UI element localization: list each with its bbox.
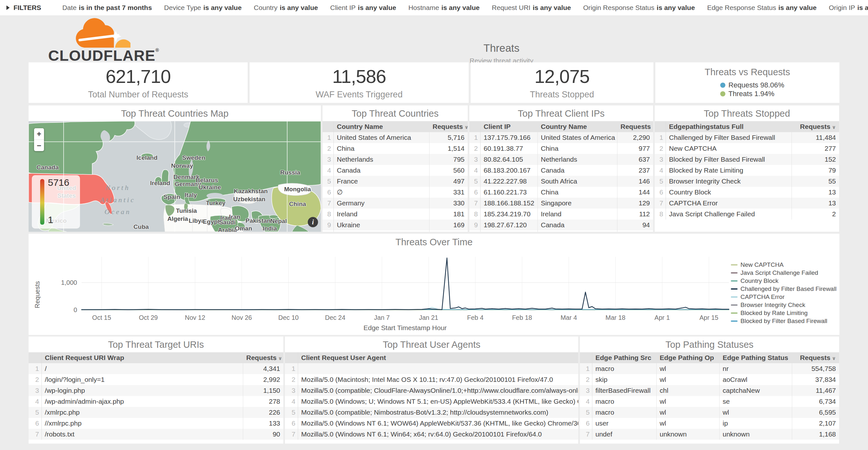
table-row[interactable]: 9198.27.67.120Canada94 bbox=[469, 219, 653, 231]
column-header-edge-pathing-src[interactable]: Edge Pathing Src bbox=[592, 352, 656, 363]
column-header-requests[interactable]: Requests∨ bbox=[243, 352, 283, 363]
table-row[interactable]: 10Singapore158 bbox=[322, 231, 468, 232]
table-row[interactable]: 5France497 bbox=[322, 176, 468, 187]
filter-chip-client-ip[interactable]: Client IPis any value bbox=[330, 4, 396, 11]
x-axis-title: Edge Start Timestamp Hour bbox=[363, 324, 446, 332]
table-row[interactable]: 7Mozilla/5.0 (Windows NT 6.1; Win64; x64… bbox=[285, 429, 578, 440]
table-row[interactable]: 6//xmlrpc.php133 bbox=[29, 418, 283, 429]
legend-item[interactable]: Challenged by Filter Based Firewall bbox=[731, 285, 837, 293]
column-header-client-ip[interactable]: Client IP bbox=[480, 121, 537, 132]
legend-item[interactable]: Blocked by Filter Based Firewall bbox=[731, 317, 837, 325]
column-header-edgepathingstatus[interactable]: Edgepathingstatus Full bbox=[665, 121, 792, 132]
table-row[interactable]: 661.160.221.73China144 bbox=[469, 187, 653, 198]
table-row[interactable]: 1macrowlnr554,758 bbox=[580, 363, 839, 374]
table-row[interactable]: 4Blocked by Rate Limiting79 bbox=[655, 165, 839, 176]
legend-item[interactable]: Browser Integrity Check bbox=[731, 301, 837, 309]
legend-label: Challenged by Filter Based Firewall bbox=[741, 286, 837, 293]
table-row[interactable]: 2New CAPTCHA277 bbox=[655, 143, 839, 154]
table-row[interactable]: 7CAPTCHA Error13 bbox=[655, 198, 839, 209]
map-label: China bbox=[289, 201, 306, 208]
zoom-out-button[interactable]: − bbox=[34, 140, 44, 151]
table-row[interactable]: 4/wp-admin/admin-ajax.php278 bbox=[29, 396, 283, 407]
table-row[interactable]: 2/login/?login_only=12,992 bbox=[29, 374, 283, 385]
table-row[interactable]: 5Mozilla/5.0 (compatible; Nimbostratus-B… bbox=[285, 407, 578, 418]
map-label: Kazakhstan bbox=[234, 188, 268, 195]
legend-item[interactable]: Country Block bbox=[731, 277, 837, 285]
table-row[interactable]: 8Ireland181 bbox=[322, 209, 468, 219]
column-header-country-name[interactable]: Country Name bbox=[334, 121, 429, 132]
column-header-user-agent[interactable]: Client Request User Agent bbox=[298, 352, 578, 363]
color-gradient-bar bbox=[40, 179, 44, 225]
zoom-in-button[interactable]: + bbox=[34, 128, 44, 140]
filters-toggle[interactable]: FILTERS bbox=[6, 4, 41, 11]
column-header-edge-pathing-status[interactable]: Edge Pathing Status bbox=[719, 352, 792, 363]
filter-chip-hostname[interactable]: Hostnameis any value bbox=[408, 4, 479, 11]
table-row[interactable]: 1137.175.79.166United States of America2… bbox=[469, 132, 653, 143]
table-row[interactable]: 6Mozilla/5.0 (Windows NT 6.1; WOW64) App… bbox=[285, 418, 578, 429]
table-row[interactable]: 8185.234.219.70Ireland112 bbox=[469, 209, 653, 219]
table-row[interactable]: 260.191.38.77China977 bbox=[469, 143, 653, 154]
column-header-requests[interactable]: Requests∨ bbox=[792, 121, 839, 132]
table-row[interactable]: 5/xmlrpc.php226 bbox=[29, 407, 283, 418]
table-row[interactable]: 1061.160.247.127China88 bbox=[469, 231, 653, 232]
table-row[interactable]: 2skipwlaoCrawl37,834 bbox=[580, 374, 839, 385]
table-row[interactable]: 1 bbox=[285, 363, 578, 374]
table-row[interactable]: 7undefunknownunknown1,168 bbox=[580, 429, 839, 440]
table-row[interactable]: 4Mozilla/5.0 (Windows; U; Windows NT 5.1… bbox=[285, 396, 578, 407]
table-row[interactable]: 6∅331 bbox=[322, 187, 468, 198]
filter-chip-origin-response-status[interactable]: Origin Response Statusis any value bbox=[583, 4, 695, 11]
filter-chip-origin-ip[interactable]: Origin IPis any value bbox=[829, 4, 868, 11]
sort-caret-icon: ∨ bbox=[832, 124, 836, 130]
column-header-edge-pathing-op[interactable]: Edge Pathing Op bbox=[656, 352, 719, 363]
table-row[interactable]: 5macrowlwl6,595 bbox=[580, 407, 839, 418]
table-row[interactable]: 1/4,341 bbox=[29, 363, 283, 374]
filter-chip-request-uri[interactable]: Request URIis any value bbox=[492, 4, 571, 11]
legend-item-threats[interactable]: Threats 1.94% bbox=[720, 89, 784, 98]
column-header-requests[interactable]: Requests∨ bbox=[429, 121, 468, 132]
table-row[interactable]: 6Country Block13 bbox=[655, 187, 839, 198]
legend-item[interactable]: New CAPTCHA bbox=[731, 261, 837, 269]
table-row[interactable]: 9Ukraine169 bbox=[322, 219, 468, 231]
filter-chip-date[interactable]: Dateis in the past 7 months bbox=[62, 4, 152, 11]
table-row[interactable]: 7Germany330 bbox=[322, 198, 468, 209]
legend-item-requests[interactable]: Requests 98.06% bbox=[720, 81, 784, 89]
map-label: Libya bbox=[189, 217, 205, 224]
table-row[interactable]: 468.183.200.167Canada237 bbox=[469, 165, 653, 176]
table-row[interactable]: 8Java Script Challenge Failed2 bbox=[655, 209, 839, 219]
table-row[interactable]: 4macrowlse6,734 bbox=[580, 396, 839, 407]
legend-max-value: 5716 bbox=[48, 177, 69, 188]
table-row[interactable]: 3/wp-login.php1,150 bbox=[29, 385, 283, 396]
table-row[interactable]: 2China1,514 bbox=[322, 143, 468, 154]
column-header-requests[interactable]: Requests∨ bbox=[617, 121, 653, 132]
table-row[interactable]: 541.222.227.98South Africa146 bbox=[469, 176, 653, 187]
world-map[interactable]: Canada United States Mexico Cuba Iceland… bbox=[29, 121, 321, 232]
top-threat-countries-map-card: Top Threat Countries Map bbox=[29, 106, 321, 232]
filter-chip-edge-response-status[interactable]: Edge Response Statusis any value bbox=[707, 4, 816, 11]
table-row[interactable]: 3Blocked by Filter Based Firewall152 bbox=[655, 154, 839, 165]
column-header-uri[interactable]: Client Request URI Wrap bbox=[41, 352, 243, 363]
table-row[interactable]: 6userwlip2,107 bbox=[580, 418, 839, 429]
legend-swatch-icon bbox=[731, 264, 738, 266]
column-header-requests[interactable]: Requests∨ bbox=[792, 352, 839, 363]
filter-chip-device-type[interactable]: Device Typeis any value bbox=[164, 4, 242, 11]
table-row[interactable]: 2Mozilla/5.0 (Macintosh; Intel Mac OS X … bbox=[285, 374, 578, 385]
table-row[interactable]: 3filterBasedFirewallchlcaptchaNew11,467 bbox=[580, 385, 839, 396]
table-row[interactable]: 7/robots.txt90 bbox=[29, 429, 283, 440]
table-row[interactable]: 3Mozilla/5.0 (compatible; CloudFlare-Alw… bbox=[285, 385, 578, 396]
map-info-button[interactable]: i bbox=[308, 217, 318, 227]
cloudflare-logo: CLOUDFLARE® bbox=[36, 17, 171, 63]
legend-item[interactable]: Blocked by Rate Limiting bbox=[731, 309, 837, 317]
filter-chip-country[interactable]: Countryis any value bbox=[254, 4, 318, 11]
table-row[interactable]: 5Browser Integrity Check55 bbox=[655, 176, 839, 187]
table-row[interactable]: 3Netherlands795 bbox=[322, 154, 468, 165]
filter-value: is any value bbox=[858, 4, 868, 11]
table-row[interactable]: 4Canada560 bbox=[322, 165, 468, 176]
table-row[interactable]: 380.82.64.105Netherlands637 bbox=[469, 154, 653, 165]
table-row[interactable]: 7188.166.188.152Singapore129 bbox=[469, 198, 653, 209]
legend-item[interactable]: Java Script Challenge Failed bbox=[731, 269, 837, 277]
threats-over-time-chart[interactable]: 01,000Oct 15Oct 29Nov 12Nov 26Dec 10Dec … bbox=[29, 234, 839, 335]
table-row[interactable]: 1United States of America5,716 bbox=[322, 132, 468, 143]
column-header-country-name[interactable]: Country Name bbox=[537, 121, 617, 132]
legend-item[interactable]: CAPTCHA Error bbox=[731, 293, 837, 301]
table-row[interactable]: 1Challenged by Filter Based Firewall11,4… bbox=[655, 132, 839, 143]
